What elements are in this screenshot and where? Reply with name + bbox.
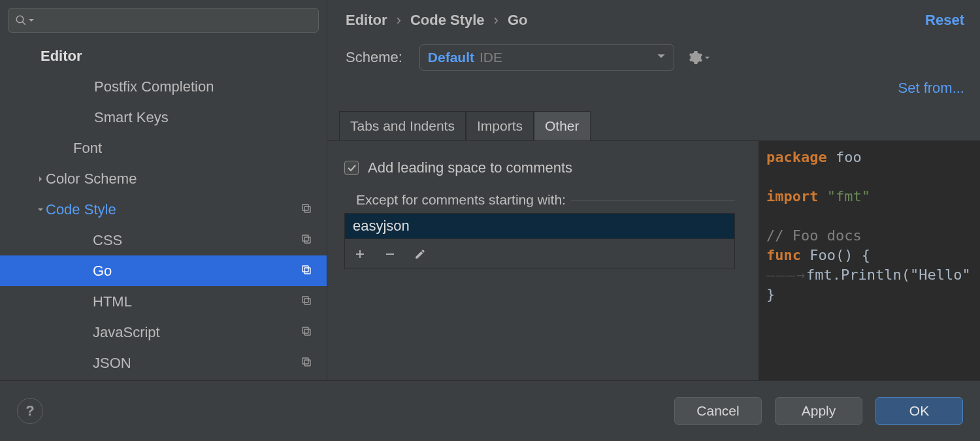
scheme-icon xyxy=(301,293,312,310)
help-button[interactable]: ? xyxy=(17,398,43,424)
search-icon xyxy=(15,14,27,26)
tree-item-label: HTML xyxy=(93,293,132,310)
remove-button[interactable] xyxy=(384,248,396,260)
crumb-2[interactable]: Go xyxy=(508,12,528,29)
settings-tree: Editor Postfix CompletionSmart KeysFontC… xyxy=(0,38,327,380)
tabs: Tabs and Indents Imports Other xyxy=(327,111,980,141)
tree-item[interactable]: HTML xyxy=(0,286,327,317)
scheme-tag: IDE xyxy=(480,50,502,65)
except-list: easyjson xyxy=(344,213,735,269)
svg-rect-6 xyxy=(304,268,310,274)
dropdown-icon xyxy=(28,14,35,26)
chevron-down-icon xyxy=(657,52,666,63)
str: "fmt" xyxy=(818,188,870,204)
settings-sidebar: Editor Postfix CompletionSmart KeysFontC… xyxy=(0,0,327,380)
tree-item-label: JavaScript xyxy=(93,324,160,341)
search-input[interactable] xyxy=(8,8,319,33)
scheme-icon xyxy=(301,232,312,249)
indent-guide: ———→ xyxy=(766,267,806,283)
tree-item-label: Color Scheme xyxy=(46,171,137,188)
add-button[interactable] xyxy=(354,248,366,260)
scheme-icon xyxy=(301,324,312,341)
tree-item-label: CSS xyxy=(93,232,122,249)
svg-rect-5 xyxy=(302,235,308,241)
reset-link[interactable]: Reset xyxy=(925,12,964,29)
leading-space-label: Add leading space to comments xyxy=(368,159,572,176)
settings-pane: Add leading space to comments Except for… xyxy=(327,141,759,380)
list-item-text: easyjson xyxy=(353,218,410,235)
ident: Foo() { xyxy=(801,247,870,263)
divider xyxy=(571,200,735,201)
scheme-select[interactable]: Default IDE xyxy=(419,44,674,71)
svg-rect-10 xyxy=(304,329,310,335)
scheme-icon xyxy=(301,201,312,218)
tree-item[interactable]: Font xyxy=(0,133,327,163)
tree-item-label: Go xyxy=(93,263,112,280)
tree-item[interactable]: JSON xyxy=(0,348,327,378)
dialog-footer: ? Cancel Apply OK xyxy=(0,380,980,441)
svg-rect-3 xyxy=(302,204,308,210)
tree-item-label: JSON xyxy=(93,355,131,372)
kw: import xyxy=(766,188,818,204)
tree-item[interactable]: JavaScript xyxy=(0,317,327,348)
svg-rect-2 xyxy=(304,206,310,212)
crumb-0[interactable]: Editor xyxy=(346,12,387,29)
leading-space-checkbox[interactable] xyxy=(344,161,359,175)
scheme-icon xyxy=(301,355,312,372)
tree-item[interactable]: CSS xyxy=(0,225,327,255)
tree-item-label: Code Style xyxy=(46,201,116,218)
tab-imports[interactable]: Imports xyxy=(466,111,534,140)
svg-rect-7 xyxy=(302,266,308,272)
chevron-icon xyxy=(35,206,46,213)
scheme-name: Default xyxy=(428,50,474,65)
tree-item-label: Font xyxy=(73,140,102,157)
ok-button[interactable]: OK xyxy=(875,397,963,425)
svg-rect-4 xyxy=(304,237,310,243)
chevron-icon xyxy=(35,176,46,182)
ident: foo xyxy=(827,149,862,165)
crumb-1[interactable]: Code Style xyxy=(410,12,485,29)
tree-item-label: Postfix Completion xyxy=(94,78,214,95)
code: fmt.Println("Hello" xyxy=(806,267,971,283)
tab-other[interactable]: Other xyxy=(534,111,591,140)
tree-item[interactable]: Color Scheme xyxy=(0,163,327,194)
svg-rect-9 xyxy=(302,297,308,302)
breadcrumb: Editor › Code Style › Go xyxy=(346,12,527,29)
crumb-sep: › xyxy=(494,12,498,29)
set-from-link[interactable]: Set from... xyxy=(898,80,964,97)
code-preview: package foo import "fmt" // Foo docs fun… xyxy=(759,141,980,380)
code: } xyxy=(766,286,775,302)
svg-rect-8 xyxy=(304,299,310,304)
tab-tabs-and-indents[interactable]: Tabs and Indents xyxy=(339,111,466,140)
kw: func xyxy=(766,247,801,263)
scheme-icon xyxy=(301,263,312,280)
main-panel: Editor › Code Style › Go Reset Scheme: D… xyxy=(327,0,980,380)
tree-item[interactable]: Postfix Completion xyxy=(0,71,327,102)
tree-item[interactable]: Code Style xyxy=(0,194,327,225)
tree-item[interactable]: Smart Keys xyxy=(0,102,327,133)
svg-line-1 xyxy=(22,22,25,25)
scheme-label: Scheme: xyxy=(346,49,402,66)
comment: // Foo docs xyxy=(766,227,862,244)
edit-button[interactable] xyxy=(414,248,426,260)
crumb-sep: › xyxy=(397,12,401,29)
svg-rect-12 xyxy=(304,360,310,366)
svg-rect-11 xyxy=(302,327,308,333)
except-label: Except for comments starting with: xyxy=(356,192,566,208)
list-item[interactable]: easyjson xyxy=(345,214,734,238)
svg-point-0 xyxy=(16,16,24,23)
tree-head-editor[interactable]: Editor xyxy=(0,41,327,71)
apply-button[interactable]: Apply xyxy=(775,397,862,425)
tree-item[interactable]: Go xyxy=(0,255,327,286)
svg-rect-13 xyxy=(302,358,308,364)
tree-item-label: Smart Keys xyxy=(94,109,169,126)
gear-icon[interactable] xyxy=(689,50,710,65)
tree-head-label: Editor xyxy=(41,48,82,65)
cancel-button[interactable]: Cancel xyxy=(674,397,762,425)
kw: package xyxy=(766,149,827,165)
